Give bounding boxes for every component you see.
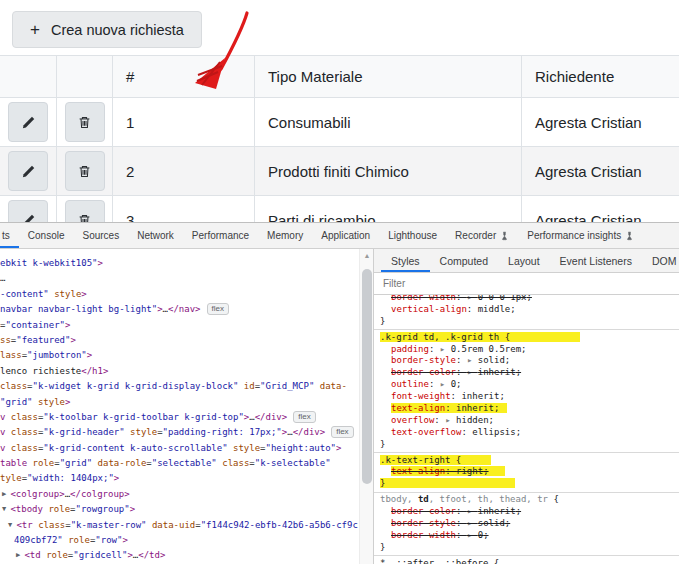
sidebar-tab-layout[interactable]: Layout	[498, 249, 550, 272]
flex-badge[interactable]: flex	[293, 411, 315, 423]
scrollbar-thumb[interactable]	[362, 269, 372, 484]
table-row[interactable]: 1 Consumabili Agresta Cristian	[0, 98, 679, 147]
plus-icon: +	[30, 21, 40, 38]
dom-node-line[interactable]: -content" style>	[0, 287, 357, 302]
dom-node-line[interactable]: "grid" style>	[0, 395, 357, 410]
css-line[interactable]: }	[380, 542, 679, 554]
flex-badge[interactable]: flex	[331, 426, 353, 438]
css-line[interactable]: }	[380, 316, 679, 328]
css-line[interactable]: .k-grid td, .k-grid th {	[380, 332, 679, 344]
header-richiedente: Richiedente	[522, 56, 679, 97]
devtools-tab-network[interactable]: Network	[128, 223, 183, 248]
dom-node-line[interactable]: ▶ <td role="gridcell">…</td>	[0, 548, 357, 563]
devtools-tab-recorder[interactable]: Recorder	[446, 223, 518, 248]
trash-icon	[77, 213, 92, 223]
table-row[interactable]: 3 Parti di ricambio Agresta Cristian	[0, 196, 679, 222]
devtools-tab-application[interactable]: Application	[312, 223, 379, 248]
dom-node-line[interactable]: tyle="width: 1404px;">	[0, 471, 357, 486]
dom-node-line[interactable]: …	[0, 271, 357, 286]
dom-node-line[interactable]: v class="k-toolbar k-grid-toolbar k-grid…	[0, 410, 357, 425]
edit-button[interactable]	[8, 151, 48, 191]
css-line[interactable]: border-style: ▸ solid;	[380, 355, 679, 367]
devtools-tab-memory[interactable]: Memory	[258, 223, 312, 248]
edit-button[interactable]	[8, 200, 48, 222]
dom-node-line[interactable]: ▼ <tr class="k-master-row" data-uid="f14…	[0, 518, 357, 533]
cell-richiedente: Agresta Cristian	[522, 98, 679, 146]
css-line[interactable]: vertical-align: middle;	[380, 304, 679, 316]
dom-scrollbar[interactable]: ▲	[359, 249, 373, 564]
css-line[interactable]: border-width: ▸ 0;	[380, 530, 679, 542]
dom-node-line[interactable]: lass="jumbotron">	[0, 348, 357, 363]
devtools-tab-ts[interactable]: ts	[0, 223, 19, 248]
devtools-tab-lighthouse[interactable]: Lighthouse	[379, 223, 446, 248]
flex-badge[interactable]: flex	[207, 303, 229, 315]
css-line[interactable]: .k-text-right {	[380, 455, 679, 467]
cell-richiedente: Agresta Cristian	[522, 147, 679, 195]
rule-separator	[374, 452, 679, 453]
devtools-tabbar: tsConsoleSourcesNetworkPerformanceMemory…	[0, 223, 679, 249]
styles-filter-input[interactable]	[374, 278, 649, 289]
delete-button[interactable]	[65, 102, 105, 142]
css-rule: .k-grid td, .k-grid th {padding: ▸ 0.5re…	[380, 332, 679, 451]
cell-tipo: Consumabili	[255, 98, 522, 146]
devtools-tab-sources[interactable]: Sources	[73, 223, 128, 248]
css-line[interactable]: text-overflow: ellipsis;	[380, 427, 679, 439]
dom-node-line[interactable]: ="container">	[0, 318, 357, 333]
dom-node-line[interactable]: navbar navbar-light bg-light">…</nav>fle…	[0, 302, 357, 317]
devtools-panel: tsConsoleSourcesNetworkPerformanceMemory…	[0, 222, 679, 564]
css-line[interactable]: padding: ▸ 0.5rem 0.5rem;	[380, 344, 679, 356]
create-request-button[interactable]: + Crea nuova richiesta	[12, 11, 202, 48]
sidebar-tab-styles[interactable]: Styles	[381, 249, 430, 272]
table-header-row: # Tipo Materiale Richiedente	[0, 56, 679, 98]
css-line[interactable]: border-style: ▸ solid;	[380, 518, 679, 530]
requests-table: # Tipo Materiale Richiedente	[0, 55, 679, 222]
pencil-icon	[21, 115, 36, 130]
devtools-tab-performance-insights[interactable]: Performance insights	[518, 223, 643, 248]
dom-node-line[interactable]: v class="k-grid-content k-auto-scrollabl…	[0, 441, 357, 456]
table-row[interactable]: 2 Prodotti finiti Chimico Agresta Cristi…	[0, 147, 679, 196]
css-line[interactable]: }	[380, 439, 679, 451]
css-line[interactable]: }	[380, 478, 679, 490]
delete-button[interactable]	[65, 200, 105, 222]
dom-node-line[interactable]: v class="k-grid-header" style="padding-r…	[0, 425, 357, 440]
dom-node-line[interactable]: ▼ <tbody role="rowgroup">	[0, 502, 357, 517]
css-line[interactable]: text-align: right;	[380, 466, 679, 478]
devtools-tab-console[interactable]: Console	[19, 223, 74, 248]
css-line[interactable]: border-width: ▸ 0 0 0 1px;	[380, 295, 679, 304]
css-line[interactable]: text-align: inherit;	[380, 403, 679, 415]
css-rule: *, ::after, ::before {	[380, 558, 679, 564]
dom-node-line[interactable]: lenco richieste</h1>	[0, 364, 357, 379]
css-rule: .k-text-right {text-align: right;}	[380, 455, 679, 491]
css-line[interactable]: border-color: ▸ inherit;	[380, 506, 679, 518]
css-line[interactable]: overflow: ▸ hidden;	[380, 415, 679, 427]
elements-dom-panel: ebkit k-webkit105">…-content" style>navb…	[0, 249, 373, 564]
css-line[interactable]: border-color: ▸ inherit;	[380, 367, 679, 379]
dom-node-line[interactable]: ▶ <colgroup>…</colgroup>	[0, 487, 357, 502]
css-rules-pane: border-width: ▸ 0 0 0 1px;vertical-align…	[374, 295, 679, 564]
styles-sidebar: StylesComputedLayoutEvent ListenersDOM B…	[374, 249, 679, 564]
edit-button[interactable]	[8, 102, 48, 142]
css-line[interactable]: *, ::after, ::before {	[380, 558, 679, 564]
dom-node-line[interactable]: class="k-widget k-grid k-grid-display-bl…	[0, 379, 357, 394]
sidebar-tab-event-listeners[interactable]: Event Listeners	[550, 249, 642, 272]
trash-icon	[77, 115, 92, 130]
css-rule: tbody, td, tfoot, th, thead, tr {border-…	[380, 494, 679, 553]
cell-number: 1	[113, 98, 255, 146]
sidebar-tab-dom-break[interactable]: DOM Break	[642, 249, 679, 272]
css-line[interactable]: font-weight: inherit;	[380, 391, 679, 403]
dom-node-line[interactable]: 409cbf72" role="row">	[0, 533, 357, 548]
css-line[interactable]: outline: ▸ 0;	[380, 379, 679, 391]
flask-experiment-icon	[625, 231, 634, 241]
sidebar-tab-computed[interactable]: Computed	[430, 249, 498, 272]
devtools-tab-performance[interactable]: Performance	[183, 223, 258, 248]
delete-button[interactable]	[65, 151, 105, 191]
rule-separator	[374, 555, 679, 556]
header-delete-column	[57, 56, 113, 97]
css-rule: border-width: ▸ 0 0 0 1px;vertical-align…	[380, 295, 679, 328]
css-line[interactable]: tbody, td, tfoot, th, thead, tr {	[380, 494, 679, 506]
dom-node-line[interactable]: ebkit k-webkit105">	[0, 256, 357, 271]
scrollbar-up-icon[interactable]: ▲	[360, 252, 373, 259]
dom-node-line[interactable]: ss="featured">	[0, 333, 357, 348]
devtools-body: ebkit k-webkit105">…-content" style>navb…	[0, 249, 679, 564]
dom-node-line[interactable]: table role="grid" data-role="selectable"…	[0, 456, 357, 471]
